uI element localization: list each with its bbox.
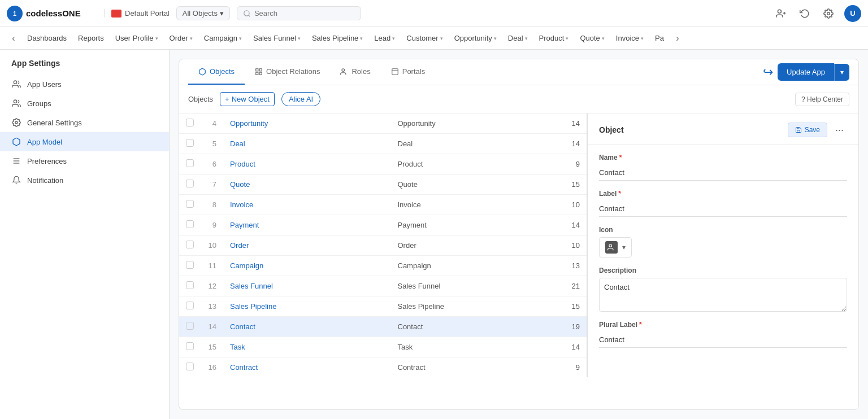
alice-ai-button[interactable]: Alice AI bbox=[281, 92, 320, 106]
tab-roles[interactable]: Roles bbox=[330, 59, 380, 85]
more-options-button[interactable]: ··· bbox=[832, 123, 847, 137]
nav-order[interactable]: Order▾ bbox=[165, 32, 197, 45]
nav-pa[interactable]: Pa bbox=[650, 32, 669, 45]
table-row[interactable]: 6 Product Product 9 bbox=[179, 154, 587, 174]
nav-campaign[interactable]: Campaign▾ bbox=[199, 32, 246, 45]
search-bar[interactable] bbox=[237, 6, 361, 20]
sidebar-item-groups[interactable]: Groups bbox=[0, 94, 169, 113]
row-checkbox[interactable] bbox=[186, 119, 194, 126]
table-row[interactable]: 4 Opportunity Opportunity 14 bbox=[179, 114, 587, 134]
row-name-link[interactable]: Product bbox=[223, 154, 391, 174]
row-count: 10 bbox=[558, 195, 587, 215]
row-checkbox[interactable] bbox=[186, 342, 194, 350]
nav-product[interactable]: Product▾ bbox=[535, 32, 574, 45]
row-name-link[interactable]: Contact bbox=[223, 317, 391, 337]
row-checkbox[interactable] bbox=[186, 302, 194, 309]
row-checkbox[interactable] bbox=[186, 322, 194, 330]
row-name-link[interactable]: Opportunity bbox=[223, 114, 391, 134]
row-name-link[interactable]: Deal bbox=[223, 134, 391, 154]
row-name-link[interactable]: Sales Funnel bbox=[223, 276, 391, 296]
row-checkbox[interactable] bbox=[186, 180, 194, 187]
table-row[interactable]: 16 Contract Contract 9 bbox=[179, 357, 587, 378]
settings-icon[interactable] bbox=[821, 6, 836, 21]
row-checkbox[interactable] bbox=[186, 159, 194, 167]
table-row[interactable]: 12 Sales Funnel Sales Funnel 21 bbox=[179, 276, 587, 296]
tab-portals[interactable]: Portals bbox=[381, 59, 435, 85]
new-object-button[interactable]: + New Object bbox=[220, 92, 275, 106]
nav-reports[interactable]: Reports bbox=[73, 32, 108, 45]
logo-icon: 1 bbox=[7, 6, 23, 21]
sidebar-item-label: Preferences bbox=[27, 157, 67, 165]
help-center-button[interactable]: ? Help Center bbox=[795, 93, 849, 106]
table-row[interactable]: 9 Payment Payment 14 bbox=[179, 215, 587, 235]
table-row[interactable]: 11 Campaign Campaign 13 bbox=[179, 256, 587, 276]
row-checkbox[interactable] bbox=[186, 281, 194, 289]
row-name-link[interactable]: Contract bbox=[223, 357, 391, 378]
nav-quote[interactable]: Quote▾ bbox=[575, 32, 609, 45]
row-name-link[interactable]: Sales Pipeline bbox=[223, 296, 391, 317]
save-button[interactable]: Save bbox=[788, 123, 827, 137]
nav-lead[interactable]: Lead▾ bbox=[370, 32, 400, 45]
description-field-textarea[interactable]: Contact bbox=[599, 278, 847, 312]
row-label: Opportunity bbox=[391, 114, 559, 134]
row-name-link[interactable]: Task bbox=[223, 337, 391, 357]
table-row[interactable]: 7 Quote Quote 15 bbox=[179, 174, 587, 195]
sidebar-item-general-settings[interactable]: General Settings bbox=[0, 113, 169, 132]
all-objects-dropdown[interactable]: All Objects ▾ bbox=[176, 6, 230, 20]
plural-label-field-input[interactable] bbox=[599, 332, 847, 348]
tab-object-relations[interactable]: Object Relations bbox=[245, 59, 330, 85]
label-field-input[interactable] bbox=[599, 201, 847, 217]
nav-dashboards[interactable]: Dashboards bbox=[23, 32, 71, 45]
row-checkbox[interactable] bbox=[186, 200, 194, 208]
table-row[interactable]: 10 Order Order 10 bbox=[179, 235, 587, 256]
row-number: 4 bbox=[201, 114, 223, 134]
row-checkbox[interactable] bbox=[186, 241, 194, 248]
row-name-link[interactable]: Invoice bbox=[223, 195, 391, 215]
name-field-input[interactable] bbox=[599, 165, 847, 181]
nav-sales-pipeline[interactable]: Sales Pipeline▾ bbox=[307, 32, 367, 45]
row-count: 14 bbox=[558, 215, 587, 235]
row-name-link[interactable]: Campaign bbox=[223, 256, 391, 276]
row-checkbox[interactable] bbox=[186, 261, 194, 269]
portal-badge: Default Portal bbox=[104, 9, 170, 18]
sidebar-item-notification[interactable]: Notification bbox=[0, 171, 169, 190]
required-indicator: * bbox=[619, 154, 622, 162]
sidebar-item-preferences[interactable]: Preferences bbox=[0, 151, 169, 171]
row-name-link[interactable]: Order bbox=[223, 235, 391, 256]
topbar-right: U bbox=[773, 5, 861, 22]
table-row[interactable]: 13 Sales Pipeline Sales Pipeline 15 bbox=[179, 296, 587, 317]
row-checkbox[interactable] bbox=[186, 220, 194, 228]
row-name-link[interactable]: Payment bbox=[223, 215, 391, 235]
svg-rect-14 bbox=[259, 72, 262, 75]
update-app-main-btn[interactable]: Update App bbox=[778, 63, 834, 81]
table-row[interactable]: 8 Invoice Invoice 10 bbox=[179, 195, 587, 215]
update-app-caret-btn[interactable]: ▾ bbox=[834, 64, 849, 81]
row-name-link[interactable]: Quote bbox=[223, 174, 391, 195]
icon-selector[interactable]: ▾ bbox=[599, 237, 632, 257]
nav-next-arrow[interactable]: › bbox=[671, 32, 684, 45]
add-user-icon[interactable] bbox=[773, 6, 789, 21]
nav-opportunity[interactable]: Opportunity▾ bbox=[450, 32, 501, 45]
nav-invoice[interactable]: Invoice▾ bbox=[611, 32, 648, 45]
nav-customer[interactable]: Customer▾ bbox=[402, 32, 447, 45]
tab-portals-label: Portals bbox=[402, 67, 425, 76]
sidebar-item-app-model[interactable]: App Model bbox=[0, 132, 169, 151]
avatar[interactable]: U bbox=[844, 5, 861, 22]
table-row[interactable]: 14 Contact Contact 19 bbox=[179, 317, 587, 337]
icon-field-group: Icon ▾ bbox=[599, 226, 847, 257]
tab-objects[interactable]: Objects bbox=[188, 59, 245, 85]
nav-user-profile[interactable]: User Profile▾ bbox=[111, 32, 163, 45]
row-checkbox[interactable] bbox=[186, 139, 194, 147]
nav-sales-funnel[interactable]: Sales Funnel▾ bbox=[249, 32, 305, 45]
rp-header: Object Save ··· bbox=[588, 114, 858, 145]
nav-deal[interactable]: Deal▾ bbox=[504, 32, 532, 45]
update-app-button[interactable]: ↪ Update App ▾ bbox=[763, 63, 849, 81]
nav-prev-arrow[interactable]: ‹ bbox=[7, 32, 20, 45]
history-icon[interactable] bbox=[797, 6, 813, 21]
row-checkbox[interactable] bbox=[186, 363, 194, 370]
row-checkbox-cell bbox=[179, 174, 201, 195]
table-row[interactable]: 5 Deal Deal 14 bbox=[179, 134, 587, 154]
search-input[interactable] bbox=[254, 9, 345, 18]
table-row[interactable]: 15 Task Task 14 bbox=[179, 337, 587, 357]
sidebar-item-app-users[interactable]: App Users bbox=[0, 75, 169, 94]
